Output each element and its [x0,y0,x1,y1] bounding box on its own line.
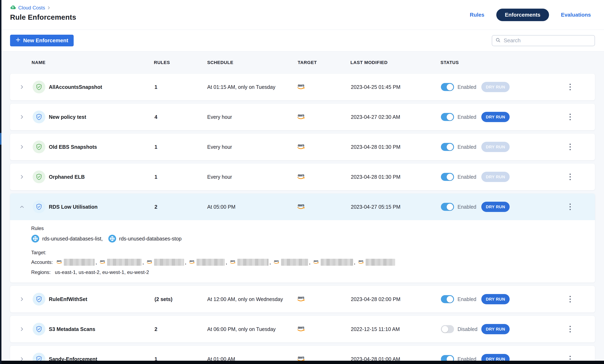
cloud-costs-icon: $ [10,4,16,11]
row-menu-button[interactable] [566,112,574,122]
tab-evaluations[interactable]: Evaluations [561,12,591,18]
svg-text:aws: aws [100,259,105,263]
enabled-toggle[interactable] [441,143,454,151]
aws-logo-icon: aws [296,83,306,91]
row-main[interactable]: RDS Low Utilisation 2 At 05:00 PM aws 20… [10,193,595,220]
row-main[interactable]: RuleEnfWithSet (2 sets) At 12:00 AM, onl… [10,286,595,313]
account-separator: , [95,259,97,265]
last-modified: 2022-12-15 11:10 AM [351,326,400,332]
redacted-account: aws [229,259,269,266]
status-label: Disabled [457,326,478,332]
enabled-toggle[interactable] [441,173,454,181]
table-header-row: NAME RULES SCHEDULE TARGET LAST MODIFIED… [10,51,595,74]
rules-count: 4 [154,114,157,120]
rules-count: 1 [154,144,157,150]
svg-text:aws: aws [298,326,304,329]
table-row[interactable]: Orphaned ELB 1 Every hour aws 2023-04-28… [10,163,595,190]
svg-text:aws: aws [314,259,318,263]
last-modified: 2023-04-25 01:45 PM [351,84,401,90]
row-menu-button[interactable] [566,294,574,304]
row-menu-button[interactable] [566,324,574,334]
row-menu-button[interactable] [566,172,574,182]
table-row[interactable]: New policy test 4 Every hour aws 2023-04… [10,104,595,130]
row-main[interactable]: Orphaned ELB 1 Every hour aws 2023-04-28… [10,163,595,190]
expand-chevron-icon[interactable] [20,175,25,179]
toolbar: New Enforcement [0,30,604,51]
table-row[interactable]: S3 Metadata Scans 2 At 06:00 PM, only on… [10,316,595,342]
account-separator: , [185,259,186,265]
svg-text:aws: aws [189,259,194,263]
redacted-account: aws [313,259,353,266]
last-modified: 2023-04-28 01:30 PM [351,174,401,180]
expand-chevron-icon[interactable] [20,114,25,119]
rule-chip-icon [108,235,116,243]
dry-run-badge: DRY RUN [481,82,510,92]
row-main[interactable]: New policy test 4 Every hour aws 2023-04… [10,104,595,130]
last-modified: 2023-04-27 02:30 AM [351,114,400,120]
enforcement-name: Old EBS Snapshots [49,144,97,150]
expand-chevron-icon[interactable] [20,204,25,209]
enforcement-shield-icon [33,201,45,213]
enforcement-shield-icon [33,111,45,123]
enabled-toggle[interactable] [441,113,454,121]
row-main[interactable]: S3 Metadata Scans 2 At 06:00 PM, only on… [10,316,595,342]
aws-logo-icon: aws [229,259,236,265]
details-regions-label: Regions: [31,269,51,275]
svg-text:aws: aws [230,259,235,263]
toggle-knob [442,326,448,332]
tab-enforcements[interactable]: Enforcements [496,9,549,21]
table-row[interactable]: RDS Low Utilisation 2 At 05:00 PM aws 20… [10,193,595,283]
table-row[interactable]: Old EBS Snapshots 1 Every hour aws 2023-… [10,134,595,160]
row-menu-button[interactable] [566,142,574,152]
row-menu-button[interactable] [566,202,574,212]
enforcements-table: NAME RULES SCHEDULE TARGET LAST MODIFIED… [0,51,604,364]
aws-logo-icon: aws [296,295,306,303]
aws-logo-icon: aws [357,259,364,265]
status-label: Enabled [457,174,476,180]
row-menu-button[interactable] [566,82,574,92]
column-header-rules: RULES [154,60,170,65]
aws-logo-icon: aws [313,259,319,265]
dry-run-badge: DRY RUN [481,324,510,334]
new-enforcement-button[interactable]: New Enforcement [10,35,74,46]
schedule-text: At 05:00 PM [207,204,236,210]
rule-chip: rds-unused-databases-list, [31,235,103,243]
search-input[interactable] [504,37,591,44]
aws-logo-icon: aws [296,173,306,181]
svg-text:aws: aws [57,259,62,263]
status-label: Enabled [457,84,476,90]
dry-run-badge: DRY RUN [481,112,510,122]
redacted-account: aws [188,259,225,266]
enabled-toggle[interactable] [441,295,454,303]
tab-rules[interactable]: Rules [470,12,484,18]
expand-chevron-icon[interactable] [20,327,25,332]
row-main[interactable]: AllAccountsSnapshot 1 At 01:15 AM, only … [10,74,595,100]
table-row[interactable]: RuleEnfWithSet (2 sets) At 12:00 AM, onl… [10,286,595,313]
toggle-knob [447,114,453,120]
enabled-toggle[interactable] [441,203,454,211]
schedule-text: Every hour [207,144,232,150]
svg-text:aws: aws [298,173,304,177]
rules-count: 2 [154,326,157,332]
plus-icon [15,37,21,44]
table-row[interactable]: AllAccountsSnapshot 1 At 01:15 AM, only … [10,74,595,100]
enabled-toggle[interactable] [441,325,454,333]
regions-line: Regions: us-east-1, us-east-2, eu-west-1… [31,269,587,275]
search-icon [495,38,501,44]
enforcement-shield-icon [33,81,45,93]
expand-chevron-icon[interactable] [20,297,25,302]
row-main[interactable]: Old EBS Snapshots 1 Every hour aws 2023-… [10,134,595,160]
dry-run-badge: DRY RUN [481,142,510,152]
toggle-knob [447,203,453,210]
window-bottom-edge [0,361,604,364]
expand-chevron-icon[interactable] [20,144,25,149]
schedule-text: At 12:00 AM, only on Wednesday [207,296,283,302]
expand-chevron-icon[interactable] [20,85,25,89]
breadcrumb-cloud-costs-link[interactable]: Cloud Costs [18,5,45,11]
svg-text:aws: aws [298,83,304,88]
accounts-list: aws,aws,aws,aws,aws,aws,aws,aws [56,259,396,266]
toggle-knob [447,144,453,150]
column-header-status: STATUS [440,60,459,65]
enabled-toggle[interactable] [441,83,454,91]
rule-chip-label: rds-unused-databases-stop [119,236,182,242]
